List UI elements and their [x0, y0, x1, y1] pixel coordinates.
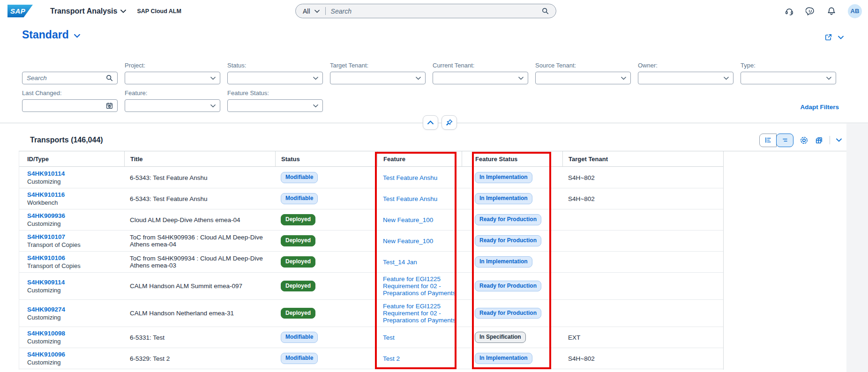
- filter-select[interactable]: [227, 72, 323, 84]
- cell-feature: Feature for EGI1225 Requirement for 02 -…: [377, 300, 462, 327]
- search-icon[interactable]: [542, 7, 549, 15]
- feature-link[interactable]: New Feature_100: [383, 238, 433, 245]
- page-title[interactable]: Standard: [22, 29, 69, 41]
- filter-select[interactable]: [125, 99, 220, 112]
- feature-link[interactable]: Feature for EGI1225 Requirement for 02 -…: [383, 303, 456, 324]
- pin-filter-bar-button[interactable]: [441, 115, 457, 130]
- cell-title: 6-5331: Test: [124, 331, 275, 344]
- feedback-icon[interactable]: [806, 7, 815, 16]
- feature-link[interactable]: Test Feature Anshu: [383, 195, 437, 202]
- filter-search-placeholder: Search: [27, 74, 106, 82]
- cell-status: Deployed: [275, 211, 377, 228]
- transport-type: Customizing: [27, 220, 119, 227]
- filter-select[interactable]: [227, 99, 323, 112]
- status-badge: Deployed: [281, 235, 315, 246]
- column-header-feature-status[interactable]: Feature Status: [462, 151, 562, 166]
- feature-link[interactable]: Test_14 Jan: [383, 259, 417, 266]
- row-density-segmented-control: [759, 134, 793, 147]
- transport-id-link[interactable]: S4HK909936: [27, 212, 119, 219]
- feature-link[interactable]: Test: [383, 334, 395, 341]
- collapse-filter-bar-button[interactable]: [423, 115, 438, 130]
- filter-select[interactable]: [535, 72, 631, 84]
- export-menu-chevron-down-icon[interactable]: [836, 138, 842, 142]
- transport-id-link[interactable]: S4HK910107: [27, 233, 119, 240]
- filter-label: Status:: [227, 62, 323, 70]
- transport-type: Transport of Copies: [27, 241, 119, 248]
- cell-title: 6-5329: Test 2: [124, 352, 275, 365]
- bell-icon[interactable]: [827, 7, 836, 16]
- transport-id-link[interactable]: S4HK909274: [27, 306, 119, 313]
- search-scope-chevron-down-icon[interactable]: [314, 9, 320, 13]
- transport-id-link[interactable]: S4HK910106: [27, 254, 119, 261]
- transport-id-link[interactable]: S4HK909114: [27, 279, 119, 286]
- share-icon[interactable]: [824, 33, 833, 42]
- column-header-title[interactable]: Title: [124, 151, 275, 166]
- filter-select[interactable]: [433, 72, 528, 84]
- toolbar-separator: [830, 136, 830, 144]
- cell-id-type: S4HK909274Customizing: [19, 303, 124, 324]
- filter-label: Owner:: [638, 62, 733, 70]
- app-title[interactable]: Transport Analysis: [50, 7, 117, 15]
- avatar[interactable]: AB: [848, 4, 862, 18]
- cell-feature: Test_14 Jan: [377, 256, 462, 268]
- status-badge: Deployed: [281, 256, 315, 267]
- adapt-filters-link[interactable]: Adapt Filters: [800, 104, 839, 111]
- scroll-area[interactable]: [846, 124, 868, 372]
- cell-target-tenant: S4H~802: [562, 352, 723, 365]
- cell-id-type: S4HK910096Customizing: [19, 348, 124, 369]
- column-header-status[interactable]: Status: [275, 151, 377, 166]
- transport-id-link[interactable]: S4HK910098: [27, 330, 119, 337]
- gear-icon[interactable]: [800, 136, 808, 145]
- status-badge: Modifiable: [281, 193, 318, 204]
- column-header-target-tenant[interactable]: Target Tenant: [562, 151, 723, 166]
- column-header-feature[interactable]: Feature: [377, 151, 462, 166]
- table-header-row: ID/Type Title Status Feature Feature Sta…: [19, 151, 723, 167]
- table-body: S4HK910114Customizing6-5343: Test Featur…: [19, 167, 723, 369]
- cell-feature-status: In Implementation: [462, 350, 562, 366]
- filter-group: Current Tenant:: [433, 62, 528, 84]
- filter-search-input[interactable]: Search: [22, 72, 118, 84]
- headset-icon[interactable]: [785, 7, 794, 16]
- global-search[interactable]: All Search: [295, 4, 556, 18]
- export-icon[interactable]: [815, 136, 823, 145]
- feature-link[interactable]: New Feature_100: [383, 216, 433, 223]
- filter-label: Current Tenant:: [433, 62, 528, 70]
- cell-id-type: S4HK910106Transport of Copies: [19, 252, 124, 272]
- table-right-border: [723, 151, 724, 370]
- view-actions-chevron-down-icon[interactable]: [838, 36, 844, 39]
- filter-select[interactable]: [741, 72, 836, 84]
- table-row: S4HK910114Customizing6-5343: Test Featur…: [19, 167, 723, 188]
- cell-feature-status: In Implementation: [462, 253, 562, 270]
- column-header-id-type[interactable]: ID/Type: [19, 151, 124, 166]
- cell-target-tenant: [562, 217, 723, 223]
- transport-id-link[interactable]: S4HK910096: [27, 351, 119, 358]
- detail-view-icon: [764, 136, 772, 144]
- cell-title: ToC from S4HK909936 : Cloud ALM Deep-Div…: [124, 231, 275, 251]
- filter-group: Status:: [227, 62, 323, 84]
- filter-select[interactable]: [638, 72, 733, 84]
- transport-id-link[interactable]: S4HK910114: [27, 170, 119, 177]
- transport-type: Customizing: [27, 178, 119, 185]
- filter-date-input[interactable]: [22, 99, 118, 112]
- feature-link[interactable]: Test Feature Anshu: [383, 174, 437, 181]
- chevron-down-icon: [826, 76, 831, 80]
- app-title-chevron-down-icon[interactable]: [120, 9, 126, 13]
- condensed-view-button[interactable]: [776, 134, 793, 147]
- global-search-input[interactable]: Search: [331, 7, 352, 15]
- condensed-view-icon: [781, 136, 789, 144]
- filter-select[interactable]: [125, 72, 220, 84]
- cell-id-type: S4HK910098Customizing: [19, 327, 124, 348]
- detail-view-button[interactable]: [759, 134, 777, 147]
- cell-target-tenant: S4H~802: [562, 193, 723, 205]
- sap-logo[interactable]: SAP: [7, 5, 33, 17]
- chevron-down-icon: [416, 76, 421, 80]
- filter-label: Last Changed:: [22, 89, 118, 98]
- feature-link[interactable]: Feature for EGI1225 Requirement for 02 -…: [383, 275, 456, 297]
- feature-link[interactable]: Test 2: [383, 355, 400, 362]
- filter-select[interactable]: [330, 72, 426, 84]
- transport-id-link[interactable]: S4HK910116: [27, 191, 119, 198]
- view-chevron-down-icon[interactable]: [74, 34, 80, 38]
- chevron-down-icon: [313, 76, 318, 80]
- filter-group: Feature:: [125, 89, 220, 112]
- search-scope-select[interactable]: All: [303, 7, 310, 15]
